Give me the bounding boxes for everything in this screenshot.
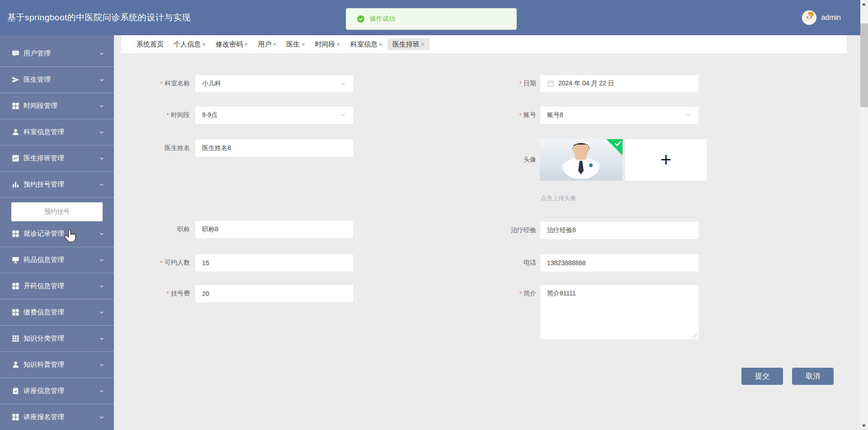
required-marker: * bbox=[519, 290, 522, 297]
chat-icon bbox=[12, 50, 19, 57]
resize-handle-icon[interactable] bbox=[693, 333, 697, 338]
sidebar-item-drug-mgmt[interactable]: 药品信息管理 bbox=[0, 247, 114, 273]
required-marker: * bbox=[167, 290, 169, 297]
submit-button[interactable]: 提交 bbox=[741, 368, 783, 385]
grid-icon bbox=[12, 413, 19, 421]
sidebar-item-knowledge-popsci-mgmt[interactable]: 知识科普管理 bbox=[0, 352, 114, 378]
success-toast: 操作成功 bbox=[346, 8, 517, 30]
sidebar-item-schedule-mgmt[interactable]: 医生排班管理 bbox=[0, 145, 114, 172]
close-icon[interactable]: × bbox=[273, 41, 276, 48]
upload-hint-text[interactable]: 点击上传头像 bbox=[541, 194, 576, 202]
tab-personal-info[interactable]: 个人信息× bbox=[169, 38, 211, 50]
calendar-icon bbox=[547, 80, 554, 87]
experience-input[interactable] bbox=[540, 221, 699, 239]
sidebar-item-knowledge-category-mgmt[interactable]: 知识分类管理 bbox=[0, 326, 114, 352]
success-check-icon bbox=[357, 15, 364, 23]
close-icon[interactable]: × bbox=[337, 41, 340, 48]
tab-change-password[interactable]: 修改密码× bbox=[211, 38, 253, 50]
grid-icon bbox=[12, 308, 19, 316]
sidebar-item-appointment-mgmt[interactable]: 预约挂号管理 bbox=[0, 172, 114, 198]
date-picker[interactable]: 2024 年 04 月 22 日 bbox=[540, 75, 699, 93]
scroll-down-arrow-icon[interactable] bbox=[862, 425, 866, 427]
doctor-name-label: 医生姓名 bbox=[131, 139, 190, 157]
cancel-button[interactable]: 取消 bbox=[792, 368, 834, 385]
chevron-down-icon bbox=[99, 77, 105, 83]
grid-3x3-icon bbox=[12, 335, 19, 342]
chevron-down-icon bbox=[99, 257, 105, 263]
tab-doctor-schedule[interactable]: 医生排班× bbox=[387, 38, 429, 50]
scrollbar-thumb[interactable] bbox=[860, 23, 868, 107]
app-window: 基于springboot的中医院问诊系统的设计与实现 admin 操作成功 bbox=[0, 0, 868, 430]
tab-users[interactable]: 用户× bbox=[253, 38, 281, 50]
sidebar-item-lecture-info-mgmt[interactable]: 讲座信息管理 bbox=[0, 378, 114, 404]
account-select[interactable]: 账号8 bbox=[540, 106, 699, 124]
required-marker: * bbox=[160, 80, 163, 87]
title-input[interactable] bbox=[195, 220, 354, 238]
tab-doctors[interactable]: 医生× bbox=[282, 38, 310, 50]
fee-input[interactable] bbox=[195, 285, 354, 303]
fee-label: * 挂号费 bbox=[131, 285, 190, 303]
chevron-down-icon bbox=[99, 155, 105, 162]
tab-home[interactable]: 系统首页 bbox=[132, 38, 169, 50]
sidebar-item-visit-record-mgmt[interactable]: 就诊记录管理 bbox=[0, 221, 114, 247]
chevron-down-icon bbox=[99, 51, 105, 57]
required-marker: * bbox=[519, 80, 522, 87]
timeslot-select[interactable]: 8-9点 bbox=[195, 106, 354, 124]
sidebar-item-lecture-signup-mgmt[interactable]: 讲座报名管理 bbox=[0, 404, 114, 430]
chevron-down-icon bbox=[99, 336, 105, 342]
doctor-name-input[interactable] bbox=[195, 139, 354, 157]
app-title: 基于springboot的中医院问诊系统的设计与实现 bbox=[7, 0, 191, 35]
chevron-down-icon bbox=[99, 231, 105, 237]
timeslot-label: * 时间段 bbox=[131, 106, 190, 124]
chevron-down-icon bbox=[340, 80, 346, 87]
sidebar-item-timeslot-mgmt[interactable]: 时间段管理 bbox=[0, 93, 114, 119]
title-label: 职称 bbox=[131, 220, 190, 238]
close-icon[interactable]: × bbox=[379, 41, 382, 48]
avatar[interactable] bbox=[802, 10, 816, 25]
phone-input[interactable] bbox=[540, 254, 699, 272]
tab-dept-info[interactable]: 科室信息× bbox=[345, 38, 387, 50]
chevron-up-icon bbox=[99, 182, 105, 188]
plus-icon: + bbox=[660, 149, 672, 171]
scroll-up-arrow-icon[interactable] bbox=[862, 3, 866, 5]
vertical-scrollbar[interactable] bbox=[860, 0, 868, 430]
sidebar-item-prescription-mgmt[interactable]: 开药信息管理 bbox=[0, 273, 114, 299]
sidebar-item-payment-mgmt[interactable]: 缴费信息管理 bbox=[0, 299, 114, 326]
username-label: admin bbox=[821, 14, 841, 22]
intro-label: * 简介 bbox=[477, 285, 536, 303]
uploaded-avatar-photo[interactable] bbox=[540, 139, 623, 181]
line-chart-icon bbox=[12, 154, 19, 162]
quota-input[interactable] bbox=[195, 254, 354, 272]
clipboard-check-icon bbox=[12, 387, 19, 395]
grid-icon bbox=[12, 282, 19, 290]
close-icon[interactable]: × bbox=[202, 41, 206, 48]
toast-message: 操作成功 bbox=[370, 15, 395, 23]
sidebar-nav: 用户管理 医生管理 时间段管理 科室信息管理 医生排班管理 预约挂号管理 bbox=[0, 35, 114, 430]
required-marker: * bbox=[167, 112, 169, 119]
required-marker: * bbox=[519, 112, 522, 119]
paper-plane-icon bbox=[12, 76, 19, 84]
user-menu[interactable]: admin bbox=[802, 0, 841, 35]
close-icon[interactable]: × bbox=[421, 41, 425, 48]
sidebar-item-doctor-mgmt[interactable]: 医生管理 bbox=[0, 67, 114, 93]
chevron-down-icon bbox=[99, 309, 105, 316]
date-label: * 日期 bbox=[477, 75, 536, 93]
sidebar-subitem-appointment[interactable]: 预约挂号 bbox=[11, 202, 103, 221]
tab-bar: 系统首页 个人信息× 修改密码× 用户× 医生× 时间段× 科室信息× 医生排班… bbox=[121, 35, 847, 53]
close-icon[interactable]: × bbox=[302, 41, 305, 48]
chevron-down-icon bbox=[340, 112, 346, 118]
dept-select[interactable]: 小儿科 bbox=[195, 75, 354, 93]
tab-timeslot[interactable]: 时间段× bbox=[310, 38, 345, 50]
dept-label: * 科室名称 bbox=[131, 75, 190, 93]
phone-label: 电话 bbox=[477, 254, 536, 272]
chevron-down-icon bbox=[99, 103, 105, 109]
user-icon bbox=[12, 128, 19, 136]
upload-plus-button[interactable]: + bbox=[625, 139, 707, 181]
sidebar-item-user-mgmt[interactable]: 用户管理 bbox=[0, 41, 114, 67]
sidebar-item-dept-mgmt[interactable]: 科室信息管理 bbox=[0, 119, 114, 145]
close-icon[interactable]: × bbox=[244, 41, 248, 48]
doctor-photo bbox=[540, 139, 623, 181]
main-content: 系统首页 个人信息× 修改密码× 用户× 医生× 时间段× 科室信息× 医生排班… bbox=[114, 35, 860, 430]
chevron-down-icon bbox=[99, 283, 105, 290]
intro-textarea[interactable]: 简介81111 bbox=[540, 285, 699, 340]
